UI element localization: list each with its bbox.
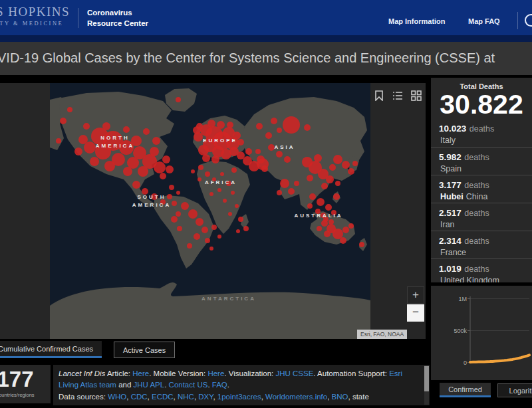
link-who[interactable]: WHO: [108, 393, 126, 401]
info-text-segment: . Mobile Version:: [149, 369, 207, 377]
info-text-segment: Lancet Inf Dis: [59, 369, 105, 377]
countries-count-value: 177: [0, 367, 51, 392]
link-cdc[interactable]: CDC: [131, 393, 148, 401]
confirmed-trend-line: [470, 355, 529, 362]
death-list-item-italy[interactable]: 10.023 deaths Italy: [431, 119, 532, 147]
svg-text:EUROPE: EUROPE: [203, 138, 237, 144]
svg-text:ASIA: ASIA: [274, 144, 295, 150]
ytick-1m: 1M: [458, 296, 467, 302]
link-nhc[interactable]: NHC: [178, 393, 194, 401]
info-text-segment: Article:: [105, 369, 132, 377]
death-count: 5.982: [439, 152, 462, 162]
info-scrollbar-track[interactable]: [424, 365, 429, 405]
link-worldometers-info[interactable]: Worldometers.info: [265, 393, 327, 401]
link-jhu-apl[interactable]: JHU APL: [134, 381, 165, 389]
death-unit: deaths: [464, 209, 489, 218]
info-scrollbar-thumb[interactable]: [424, 366, 429, 391]
death-unit: deaths: [464, 181, 489, 190]
info-text-segment: . Automation Support:: [313, 369, 389, 377]
header: S HOPKINS ITY & MEDICINE Coronavirus Res…: [0, 0, 532, 35]
tab-active-cases[interactable]: Active Cases: [114, 342, 175, 358]
death-region: France: [439, 248, 529, 257]
info-text-segment: , state: [348, 393, 369, 401]
death-list-item-iran[interactable]: 2.517 deaths Iran: [431, 203, 532, 231]
zoom-out-button[interactable]: −: [407, 304, 424, 322]
death-region: Spain: [439, 164, 529, 173]
death-region: Iran: [439, 220, 529, 229]
death-unit: deaths: [464, 153, 489, 162]
nav-map-faq[interactable]: Map FAQ: [468, 17, 500, 25]
svg-text:AFRICA: AFRICA: [205, 179, 237, 185]
link-1point3acres[interactable]: 1point3acres: [217, 393, 261, 401]
link-here[interactable]: Here: [207, 369, 224, 377]
link-faq[interactable]: FAQ: [212, 381, 227, 389]
world-map-svg[interactable]: NORTHAMERICASOUTHAMERICAEUROPEAFRICAASIA…: [50, 83, 370, 339]
link-jhu-csse[interactable]: JHU CSSE: [275, 369, 313, 377]
death-count: 10.023: [439, 124, 466, 134]
death-unit: deaths: [464, 264, 489, 274]
grid-icon[interactable]: [411, 90, 422, 101]
tab-logarithmic[interactable]: Logarithmic: [497, 383, 532, 397]
total-deaths-value: 30.822: [431, 90, 532, 119]
death-unit: deaths: [464, 237, 489, 246]
info-text-segment: .: [227, 381, 229, 389]
map-attribution: Esri, FAO, NOAA: [357, 330, 407, 339]
header-divider: [78, 8, 78, 28]
ytick-0: 0: [464, 359, 467, 366]
confirmed-trend-chart: 1M 500k 0: [431, 286, 532, 380]
death-list-item-france[interactable]: 2.314 deaths France: [431, 231, 532, 258]
svg-text:ANTARCTICA: ANTARCTICA: [201, 296, 256, 302]
confirmed-trend-chart-panel: 1M 500k 0: [431, 286, 532, 380]
logo-text-top: S HOPKINS: [0, 5, 70, 19]
map-panel: NORTHAMERICASOUTHAMERICAEUROPEAFRICAASIA…: [0, 83, 426, 339]
death-region: HubeiChina: [439, 192, 529, 201]
jhu-logo[interactable]: S HOPKINS ITY & MEDICINE: [0, 5, 70, 27]
death-list-item-spain[interactable]: 5.982 deaths Spain: [431, 147, 532, 175]
list-icon[interactable]: [392, 90, 403, 101]
tab-confirmed[interactable]: Confirmed: [440, 383, 491, 397]
logo-text-bottom: ITY & MEDICINE: [0, 20, 70, 27]
site-brand[interactable]: Coronavirus Resource Center: [87, 8, 148, 29]
death-count: 1.019: [439, 264, 462, 274]
info-text-segment: Data sources:: [59, 393, 108, 401]
header-sub-strip: [0, 35, 532, 42]
map-toolbar: [370, 87, 426, 104]
death-list-item-united-kingdom[interactable]: 1.019 deaths United Kingdom: [431, 258, 532, 282]
page-title: VID-19 Global Cases by the Center for Sy…: [0, 51, 495, 66]
link-ecdc[interactable]: ECDC: [152, 393, 174, 401]
tab-cumulative-confirmed-cases[interactable]: Cumulative Confirmed Cases: [0, 341, 102, 358]
info-text-segment: and: [116, 381, 134, 389]
title-bar: VID-19 Global Cases by the Center for Sy…: [0, 42, 532, 75]
death-list-item-hubei-china[interactable]: 3.177 deaths HubeiChina: [431, 175, 532, 203]
link-contact-us[interactable]: Contact US: [169, 381, 208, 389]
countries-count-label: countries/regions: [0, 392, 51, 398]
nav-map-information[interactable]: Map Information: [388, 17, 446, 25]
ytick-500k: 500k: [454, 328, 467, 334]
world-map[interactable]: NORTHAMERICASOUTHAMERICAEUROPEAFRICAASIA…: [50, 83, 370, 339]
death-count: 2.517: [439, 208, 462, 218]
info-text-segment: . Visualization:: [224, 369, 275, 377]
link-here[interactable]: Here: [132, 369, 149, 377]
zoom-in-button[interactable]: +: [407, 286, 424, 304]
brand-line-1: Coronavirus: [87, 8, 148, 19]
bookmark-icon[interactable]: [374, 90, 384, 101]
link-dxy[interactable]: DXY: [198, 393, 213, 401]
nav-divider: [517, 12, 518, 29]
social-circle-icon[interactable]: [525, 14, 532, 27]
death-region: Italy: [439, 136, 529, 145]
death-count: 3.177: [439, 180, 462, 190]
info-panel: Lancet Inf Dis Article: Here. Mobile Ver…: [53, 365, 430, 405]
countries-count-panel: 177 countries/regions: [0, 365, 51, 403]
death-unit: deaths: [469, 124, 495, 134]
link-bno[interactable]: BNO: [332, 393, 348, 401]
svg-text:AUSTRALIA: AUSTRALIA: [294, 213, 342, 219]
brand-line-2: Resource Center: [87, 19, 148, 29]
death-count: 2.314: [439, 236, 462, 246]
total-deaths-panel: Total Deaths 30.822 10.023 deaths Italy …: [431, 78, 532, 282]
info-text: Lancet Inf Dis Article: Here. Mobile Ver…: [59, 368, 419, 403]
death-region: United Kingdom: [439, 276, 529, 282]
